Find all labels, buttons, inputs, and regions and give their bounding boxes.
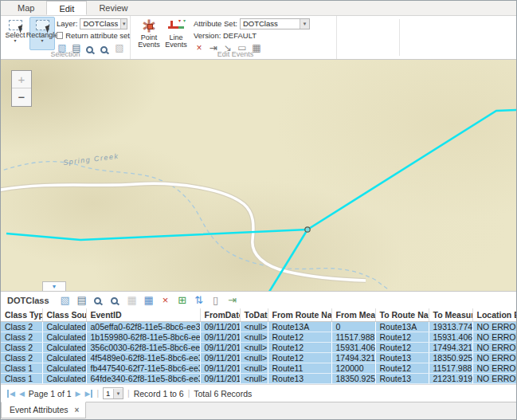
route-junction-marker[interactable] <box>305 227 310 232</box>
table-cell[interactable]: <null> <box>240 342 268 352</box>
table-cell[interactable]: Route12 <box>375 363 429 373</box>
first-page-button[interactable]: ◀ <box>7 390 15 398</box>
table-cell[interactable]: Class 1 <box>1 363 42 373</box>
table-cell[interactable]: 18350.925 <box>429 352 472 363</box>
add-record-icon[interactable]: ⊞ <box>177 295 188 306</box>
table-cell[interactable]: NO ERROR <box>472 342 516 352</box>
table-cell[interactable]: Route13 <box>375 352 429 363</box>
table-cell[interactable]: Calculated <box>42 321 86 332</box>
zoom-to-record-icon[interactable] <box>94 297 101 304</box>
select-record-icon[interactable]: ▧ <box>60 295 71 306</box>
table-row[interactable]: Class 1Calculated64fde340-62f8-11e5-8bc6… <box>1 373 516 383</box>
table-cell[interactable]: Route12 <box>375 332 429 342</box>
tab-edit[interactable]: Edit <box>46 1 87 15</box>
table-cell[interactable]: Route13 <box>375 373 429 383</box>
table-cell[interactable]: Calculated <box>42 352 86 363</box>
column-header-todate[interactable]: ToDate <box>240 308 268 321</box>
zoom-out-button[interactable]: − <box>12 88 31 106</box>
table-cell[interactable]: Class 2 <box>1 321 42 332</box>
table-cell[interactable]: 09/11/2015 <box>200 342 240 352</box>
table-cell[interactable]: 09/11/2015 <box>200 332 240 342</box>
column-header-eventid[interactable]: EventID <box>86 308 200 321</box>
column-header-fromdate[interactable]: FromDate <box>200 308 240 321</box>
table-cell[interactable]: 4f5489e0-62f8-11e5-8bc6-ee32641d5ec9 <box>86 352 200 363</box>
table-cell[interactable]: <null> <box>240 352 268 363</box>
table-cell[interactable]: 17494.321 <box>331 352 375 363</box>
table-cell[interactable]: 17494.321 <box>429 342 472 352</box>
map-canvas[interactable]: Spring Creek + − ▼ <box>1 60 516 291</box>
table-cell[interactable]: <null> <box>240 373 268 383</box>
table-cell[interactable]: 21231.919 <box>429 373 472 383</box>
table-cell[interactable]: <null> <box>240 363 268 373</box>
tab-map[interactable]: Map <box>6 1 46 15</box>
table-cell[interactable]: Route12 <box>375 342 429 352</box>
table-row[interactable]: Class 1Calculatedfb447540-62f7-11e5-8bc6… <box>1 363 516 373</box>
table-cell[interactable]: fb447540-62f7-11e5-8bc6-ee32641d5ec9 <box>86 363 200 373</box>
table-cell[interactable]: <null> <box>240 321 268 332</box>
table-row[interactable]: Class 2Calculateda05effa0-62f8-11e5-8bc6… <box>1 321 516 332</box>
table-cell[interactable]: NO ERROR <box>472 363 516 373</box>
table-cell[interactable]: NO ERROR <box>472 321 516 332</box>
table-cell[interactable]: Class 2 <box>1 352 42 363</box>
table-cell[interactable]: a05effa0-62f8-11e5-8bc6-ee32641d5ec9 <box>86 321 200 332</box>
table-row[interactable]: Class 2Calculated356c0030-62f8-11e5-8bc6… <box>1 342 516 352</box>
table-cell[interactable]: Calculated <box>42 373 86 383</box>
attribute-grid-icon[interactable]: ▦ <box>143 295 155 306</box>
tab-event-attributes[interactable]: Event Attributes × <box>1 402 86 418</box>
column-header-from-measure[interactable]: From Measure <box>331 308 375 321</box>
table-cell[interactable]: 15931.406 <box>331 342 375 352</box>
table-cell[interactable]: Route12 <box>268 342 331 352</box>
table-cell[interactable]: Route11 <box>268 363 331 373</box>
table-cell[interactable]: Calculated <box>42 332 86 342</box>
layer-dropdown[interactable]: DOTClass ▼ <box>80 18 127 29</box>
table-cell[interactable]: Route13A <box>375 321 429 332</box>
record-form-icon[interactable]: ▯ <box>210 295 221 306</box>
remove-record-icon[interactable]: × <box>160 295 171 306</box>
table-cell[interactable]: 1b159980-62f8-11e5-8bc6-ee32641d5ec9 <box>86 332 200 342</box>
zoom-in-button[interactable]: + <box>12 71 31 88</box>
select-button[interactable]: Select ▾ <box>2 17 28 50</box>
table-cell[interactable]: Route13A <box>268 321 331 332</box>
page-select-dropdown[interactable]: 1 ▼ <box>103 387 123 399</box>
table-cell[interactable]: Route13 <box>268 373 331 383</box>
table-cell[interactable]: 09/11/2015 <box>200 352 240 363</box>
pan-to-record-icon[interactable] <box>111 297 118 304</box>
table-row[interactable]: Class 2Calculated1b159980-62f8-11e5-8bc6… <box>1 332 516 342</box>
table-cell[interactable]: <null> <box>240 332 268 342</box>
table-cell[interactable]: 19313.774 <box>429 321 472 332</box>
column-header-to-measure[interactable]: To Measure <box>429 308 472 321</box>
route-line-south[interactable] <box>269 230 307 291</box>
next-page-button[interactable]: ▶ <box>76 390 81 398</box>
table-cell[interactable]: Class 2 <box>1 332 42 342</box>
table-cell[interactable]: 0 <box>331 321 375 332</box>
table-cell[interactable]: 11517.988 <box>331 332 375 342</box>
route-line-west[interactable] <box>6 230 307 240</box>
column-header-class-type[interactable]: Class Type <box>1 308 42 321</box>
column-header-class-source[interactable]: Class Source <box>42 308 86 321</box>
column-header-from-route-name[interactable]: From Route Name <box>268 308 331 321</box>
save-edits-icon[interactable]: ▦ <box>127 295 138 306</box>
table-cell[interactable]: 09/11/2015 <box>200 373 240 383</box>
table-cell[interactable]: NO ERROR <box>472 352 516 363</box>
table-cell[interactable]: 64fde340-62f8-11e5-8bc6-ee32641d5ec9 <box>86 373 200 383</box>
table-cell[interactable]: Route12 <box>268 352 331 363</box>
table-cell[interactable]: Calculated <box>42 363 86 373</box>
return-attribute-set-checkbox[interactable] <box>57 32 63 39</box>
table-cell[interactable]: 11517.988 <box>429 363 472 373</box>
table-cell[interactable]: Route12 <box>268 332 331 342</box>
column-header-location-error[interactable]: Location Error <box>472 308 516 321</box>
table-cell[interactable]: 15931.406 <box>429 332 472 342</box>
table-cell[interactable]: 09/11/2015 <box>200 321 240 332</box>
column-header-to-route-name[interactable]: To Route Name <box>375 308 429 321</box>
table-row[interactable]: Class 2Calculated4f5489e0-62f8-11e5-8bc6… <box>1 352 516 363</box>
previous-page-button[interactable]: ◀ <box>19 390 25 398</box>
route-line-northeast[interactable] <box>307 110 516 230</box>
attribute-set-dropdown[interactable]: DOTClass ▼ <box>240 18 310 29</box>
table-cell[interactable]: Calculated <box>42 342 86 352</box>
point-events-button[interactable]: ∗ Point Events <box>136 17 162 50</box>
close-icon[interactable]: × <box>75 405 80 415</box>
panel-collapse-tab[interactable]: ▼ <box>42 281 66 291</box>
options-menu-icon[interactable]: ▤ <box>76 295 88 306</box>
table-cell[interactable]: Class 2 <box>1 342 42 352</box>
table-cell[interactable]: NO ERROR <box>472 332 516 342</box>
